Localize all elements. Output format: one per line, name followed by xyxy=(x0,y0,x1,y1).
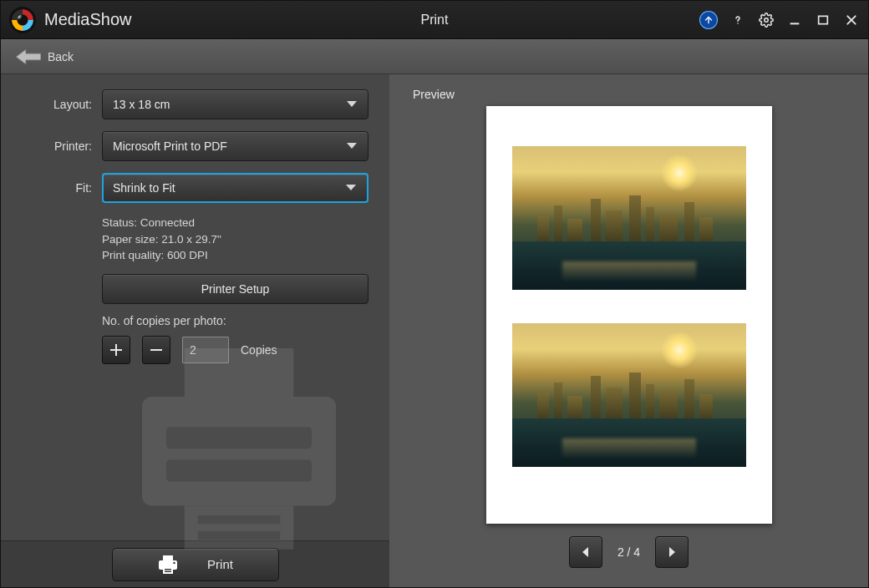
print-button-label: Print xyxy=(207,557,233,571)
printer-icon xyxy=(157,555,179,575)
promo-icon[interactable] xyxy=(699,11,718,29)
next-page-button[interactable] xyxy=(655,536,689,568)
minimize-icon[interactable] xyxy=(786,12,803,28)
maximize-icon[interactable] xyxy=(815,12,831,28)
app-name: MediaShow xyxy=(44,10,132,29)
svg-point-1 xyxy=(765,18,769,22)
preview-photo xyxy=(512,323,746,467)
copies-row: Copies xyxy=(102,336,368,364)
svg-rect-10 xyxy=(166,427,312,449)
app-window: MediaShow Print xyxy=(0,0,869,588)
back-button[interactable]: Back xyxy=(16,48,74,65)
copies-label: No. of copies per photo: xyxy=(102,314,368,327)
svg-rect-4 xyxy=(150,349,162,351)
app-logo-icon xyxy=(9,7,36,33)
chevron-down-icon xyxy=(346,142,358,150)
copies-unit: Copies xyxy=(241,343,277,357)
preview-page xyxy=(486,106,772,524)
layout-value: 13 x 18 cm xyxy=(113,98,170,111)
page-indicator: 2 / 4 xyxy=(617,545,640,559)
title-bar: MediaShow Print xyxy=(1,1,868,39)
help-icon[interactable] xyxy=(729,12,746,28)
decrement-button[interactable] xyxy=(142,336,170,364)
preview-panel: Preview xyxy=(389,74,868,587)
printer-status: Status: Connected Paper size: 21.0 x 29.… xyxy=(102,215,368,264)
chevron-down-icon xyxy=(346,100,358,109)
chevron-right-icon xyxy=(666,546,678,558)
printer-setup-label: Printer Setup xyxy=(201,282,270,296)
fit-label: Fit: xyxy=(22,181,102,195)
back-label: Back xyxy=(48,50,74,63)
preview-label: Preview xyxy=(413,88,845,101)
minus-icon xyxy=(150,344,162,356)
printer-label: Printer: xyxy=(22,139,102,153)
printer-setup-button[interactable]: Printer Setup xyxy=(102,274,368,304)
back-bar: Back xyxy=(1,39,868,74)
chevron-left-icon xyxy=(580,546,592,558)
plus-icon xyxy=(110,344,122,356)
settings-icon[interactable] xyxy=(758,12,775,28)
settings-panel: Layout: 13 x 18 cm Printer: Microsoft Pr… xyxy=(1,74,389,587)
svg-rect-2 xyxy=(790,23,800,24)
arrow-left-icon xyxy=(16,48,41,65)
close-icon[interactable] xyxy=(843,12,860,28)
copies-input[interactable] xyxy=(182,337,229,363)
paper-size-line: Paper size: 21.0 x 29.7" xyxy=(102,231,368,248)
prev-page-button[interactable] xyxy=(569,536,602,568)
status-line: Status: Connected xyxy=(102,215,368,231)
preview-photo xyxy=(512,146,746,290)
svg-rect-3 xyxy=(819,16,828,23)
svg-rect-8 xyxy=(198,515,281,524)
svg-rect-16 xyxy=(165,570,171,571)
fit-dropdown[interactable]: Shrink to Fit xyxy=(102,173,368,203)
svg-rect-11 xyxy=(166,459,312,481)
increment-button[interactable] xyxy=(102,336,130,364)
layout-dropdown[interactable]: 13 x 18 cm xyxy=(102,89,368,119)
svg-rect-9 xyxy=(198,531,281,540)
chevron-down-icon xyxy=(345,184,357,192)
print-bar: Print xyxy=(1,540,389,587)
svg-point-17 xyxy=(173,561,175,563)
svg-rect-12 xyxy=(163,555,173,560)
printer-value: Microsoft Print to PDF xyxy=(113,139,227,153)
window-controls xyxy=(699,11,860,29)
printer-dropdown[interactable]: Microsoft Print to PDF xyxy=(102,131,368,161)
svg-rect-6 xyxy=(142,397,336,506)
svg-rect-14 xyxy=(163,567,173,574)
print-button[interactable]: Print xyxy=(112,548,279,581)
svg-point-0 xyxy=(737,23,739,24)
svg-rect-15 xyxy=(165,569,171,570)
fit-value: Shrink to Fit xyxy=(113,181,175,195)
preview-pager: 2 / 4 xyxy=(413,529,845,575)
print-quality-line: Print quality: 600 DPI xyxy=(102,247,368,264)
content-body: Layout: 13 x 18 cm Printer: Microsoft Pr… xyxy=(1,74,868,587)
layout-label: Layout: xyxy=(22,98,102,111)
